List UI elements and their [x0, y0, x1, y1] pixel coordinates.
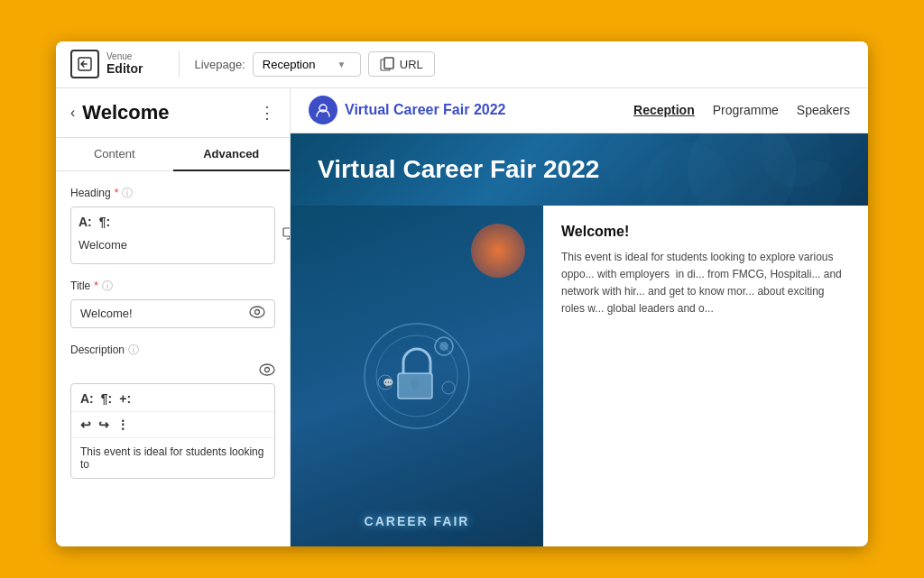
title-input[interactable]: Welcome! [80, 307, 249, 320]
svg-point-24 [442, 381, 455, 394]
svg-point-18 [439, 342, 448, 351]
back-button[interactable]: ‹ [70, 105, 75, 121]
title-section: Title * ⓘ Welcome! [70, 279, 275, 328]
description-eye-icon[interactable] [259, 363, 275, 380]
panel-header: ‹ Welcome ⋮ [56, 88, 290, 138]
welcome-title: Welcome! [561, 224, 850, 240]
description-content: This event is ideal for students looking… [71, 438, 274, 478]
svg-point-6 [255, 309, 260, 314]
preview-logo: Virtual Career Fair 2022 [309, 96, 505, 124]
nav-link-programme[interactable]: Programme [713, 103, 779, 117]
heading-section-wrapper: A: ¶: Welcome [70, 206, 275, 264]
editor-text: Editor [106, 61, 143, 77]
desc-type-plus[interactable]: +: [119, 391, 131, 406]
description-editor-box[interactable]: A: ¶: +: ↩ ↪ ⋮ This event is ideal for s… [70, 383, 275, 479]
panel-body: Heading * ⓘ A: ¶: Welcome [56, 171, 290, 546]
hero-title: Virtual Career Fair 2022 [318, 155, 599, 184]
heading-toolbar: A: ¶: [79, 215, 267, 234]
panel-tabs: Content Advanced [56, 138, 290, 171]
main-container: Venue Editor Livepage: Reception ▼ URL ‹… [56, 41, 868, 546]
welcome-panel: Welcome! This event is ideal for student… [543, 206, 868, 546]
nav-link-speakers[interactable]: Speakers [797, 103, 850, 117]
nav-link-reception[interactable]: Reception [633, 103, 695, 117]
heading-required: * [115, 187, 119, 199]
preview-logo-icon [309, 96, 337, 124]
description-label: Description ⓘ [70, 343, 275, 358]
heading-label: Heading * ⓘ [70, 186, 275, 201]
desc-eye-wrapper [70, 363, 275, 380]
preview-nav: Virtual Career Fair 2022 Reception Progr… [291, 88, 868, 133]
title-input-row[interactable]: Welcome! [70, 299, 275, 328]
toolbar: Venue Editor Livepage: Reception ▼ URL [56, 41, 868, 88]
glow-effect [471, 224, 525, 278]
heading-section: Heading * ⓘ A: ¶: Welcome [70, 186, 275, 264]
svg-rect-2 [384, 58, 393, 69]
panel-menu-icon[interactable]: ⋮ [259, 103, 275, 123]
svg-point-7 [260, 364, 274, 375]
preview-logo-text: Virtual Career Fair 2022 [345, 102, 505, 118]
venue-editor-text: Venue Editor [106, 52, 143, 77]
description-section: Description ⓘ A: [70, 343, 275, 479]
svg-point-5 [250, 307, 264, 317]
svg-rect-21 [412, 383, 418, 390]
copy-icon [380, 57, 394, 71]
lock-container: 💬 [358, 317, 476, 435]
description-toolbar-bottom: ↩ ↪ ⋮ [71, 412, 274, 438]
description-info-icon: ⓘ [128, 343, 139, 358]
url-label: URL [400, 58, 423, 71]
heading-info-icon: ⓘ [122, 186, 133, 201]
preview-hero: Virtual Career Fair 2022 [291, 133, 868, 206]
url-button[interactable]: URL [368, 51, 435, 77]
tab-content[interactable]: Content [56, 138, 173, 170]
preview-area: Virtual Career Fair 2022 Reception Progr… [291, 88, 868, 546]
desc-type-p[interactable]: ¶: [101, 391, 112, 406]
logo-icon [70, 50, 99, 78]
svg-point-8 [265, 367, 270, 372]
livepage-select[interactable]: Reception ▼ [253, 52, 361, 77]
livepage-label: Livepage: [194, 58, 245, 71]
toolbar-divider [179, 50, 180, 78]
heading-type-a[interactable]: A: [79, 215, 92, 229]
career-fair-label: CAREER FAIR [365, 514, 470, 528]
preview-nav-links: Reception Programme Speakers [633, 103, 850, 117]
heading-editor-box[interactable]: A: ¶: Welcome [70, 206, 275, 264]
tab-advanced[interactable]: Advanced [173, 138, 291, 171]
heading-type-p[interactable]: ¶: [99, 215, 110, 229]
eye-icon[interactable] [249, 306, 265, 322]
venue-editor-logo: Venue Editor [70, 50, 143, 78]
career-fair-image: 💬 CAREER FAIR [291, 206, 543, 546]
monitor-icon [282, 227, 290, 243]
desc-menu-icon[interactable]: ⋮ [116, 417, 129, 432]
welcome-text: This event is ideal for students looking… [561, 249, 850, 318]
preview-content: 💬 CAREER FAIR Welcome! This event is ide… [291, 206, 868, 546]
left-panel: ‹ Welcome ⋮ Content Advanced Heading * [56, 88, 291, 546]
description-toolbar-top: A: ¶: +: [71, 384, 274, 412]
title-info-icon: ⓘ [102, 279, 113, 294]
title-label: Title * ⓘ [70, 279, 275, 294]
chevron-down-icon: ▼ [337, 60, 346, 69]
title-required: * [94, 280, 98, 292]
svg-rect-4 [283, 228, 290, 236]
desc-undo[interactable]: ↩ [80, 417, 91, 432]
desc-type-a[interactable]: A: [80, 391, 94, 406]
venue-text: Venue [106, 52, 143, 61]
desc-redo[interactable]: ↪ [98, 417, 109, 432]
panel-title: Welcome [82, 101, 252, 124]
svg-text:💬: 💬 [383, 377, 394, 389]
heading-content: Welcome [79, 234, 267, 256]
lock-icon: 💬 [358, 317, 476, 435]
livepage-value: Reception [263, 58, 316, 71]
content-area: ‹ Welcome ⋮ Content Advanced Heading * [56, 88, 868, 546]
